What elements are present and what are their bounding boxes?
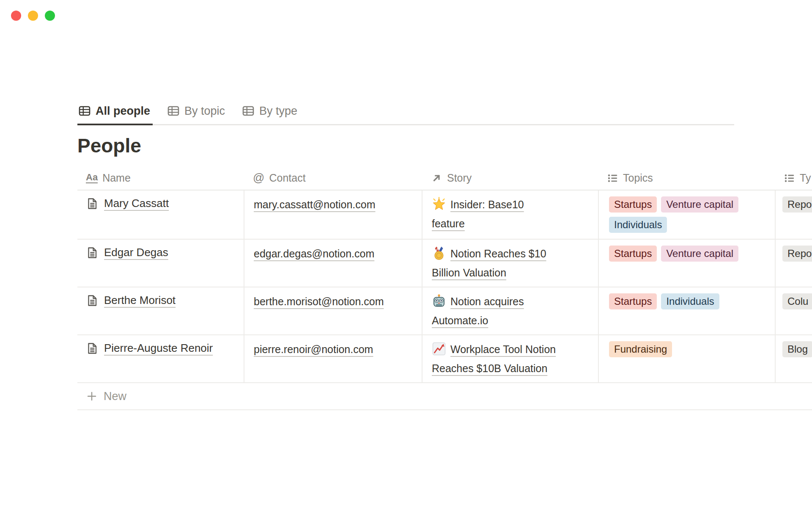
page-icon [86, 246, 99, 259]
person-name-link[interactable]: Pierre-Auguste Renoir [104, 342, 213, 355]
topic-tag[interactable]: Venture capital [661, 246, 738, 262]
contact-cell[interactable]: pierre.renoir@notion.com [244, 335, 422, 382]
glowing-star-emoji-icon [432, 197, 446, 211]
tab-by-topic[interactable]: By topic [166, 102, 228, 125]
topic-tag[interactable]: Startups [609, 246, 657, 262]
tab-label: By topic [184, 105, 225, 118]
type-cell[interactable]: Repo [776, 190, 812, 239]
new-row-label: New [104, 390, 126, 403]
table-view-icon [242, 105, 255, 117]
type-cell[interactable]: Repo [776, 240, 812, 287]
page-content: All people By topic By type People Aa Na… [77, 102, 812, 410]
new-row-button[interactable]: New [77, 383, 812, 410]
email-link[interactable]: edgar.degas@notion.com [254, 248, 374, 260]
table-view-icon [167, 105, 180, 117]
view-tab-bar: All people By topic By type [77, 102, 812, 125]
contact-cell[interactable]: mary.cassatt@notion.com [244, 190, 422, 239]
person-name-link[interactable]: Mary Cassatt [104, 197, 169, 210]
tab-by-type[interactable]: By type [241, 102, 300, 125]
contact-cell[interactable]: berthe.morisot@notion.com [244, 287, 422, 334]
column-label: Contact [269, 172, 305, 184]
multi-select-list-icon [607, 173, 618, 184]
topic-tag[interactable]: Individuals [661, 293, 719, 309]
table-row: Mary Cassatt mary.cassatt@notion.com Ins… [77, 190, 812, 240]
column-header-topics[interactable]: Topics [599, 166, 776, 190]
column-label: Ty [800, 172, 811, 184]
plus-icon [86, 390, 98, 402]
page-icon [86, 294, 99, 307]
page-icon [86, 197, 99, 210]
close-window-button[interactable] [11, 11, 21, 21]
topic-tag[interactable]: Startups [609, 293, 657, 309]
topics-cell[interactable]: Startups Individuals [599, 287, 776, 334]
table-row: Pierre-Auguste Renoir pierre.renoir@noti… [77, 335, 812, 383]
type-tag[interactable]: Repo [782, 196, 812, 213]
topics-cell[interactable]: Startups Venture capital Individuals [599, 190, 776, 239]
topic-tag[interactable]: Venture capital [661, 196, 738, 213]
page-icon [86, 342, 99, 355]
tab-label: All people [96, 105, 150, 118]
table-row: Berthe Morisot berthe.morisot@notion.com… [77, 287, 812, 335]
person-name-link[interactable]: Edgar Degas [104, 246, 168, 259]
tab-all-people[interactable]: All people [77, 102, 153, 125]
gold-medal-emoji-icon [432, 246, 446, 260]
page-title[interactable]: People [77, 134, 812, 157]
topics-cell[interactable]: Fundraising [599, 335, 776, 382]
column-header-story[interactable]: Story [422, 166, 599, 190]
person-name-link[interactable]: Berthe Morisot [104, 294, 176, 307]
name-cell[interactable]: Mary Cassatt [77, 190, 244, 239]
type-cell[interactable]: Blog [776, 335, 812, 382]
table-view-icon [78, 105, 91, 117]
chart-increasing-emoji-icon [432, 342, 446, 356]
topics-cell[interactable]: Startups Venture capital [599, 240, 776, 287]
email-link[interactable]: pierre.renoir@notion.com [254, 343, 373, 355]
table-row: Edgar Degas edgar.degas@notion.com Notio… [77, 240, 812, 287]
window-controls [11, 11, 55, 21]
zoom-window-button[interactable] [45, 11, 55, 21]
people-table: Aa Name @ Contact Story Topics Ty [77, 166, 812, 410]
story-cell[interactable]: Workplace Tool Notion Reaches $10B Valua… [422, 335, 599, 382]
story-link[interactable]: Notion Reaches $10 Billion Valuation [432, 248, 546, 279]
story-cell[interactable]: Insider: Base10 feature [422, 190, 599, 239]
table-header-row: Aa Name @ Contact Story Topics Ty [77, 166, 812, 190]
story-cell[interactable]: Notion acquires Automate.io [422, 287, 599, 334]
topic-tag[interactable]: Startups [609, 196, 657, 213]
robot-emoji-icon [432, 294, 446, 308]
topic-tag[interactable]: Fundraising [609, 341, 672, 357]
name-cell[interactable]: Berthe Morisot [77, 287, 244, 334]
column-header-type[interactable]: Ty [776, 166, 812, 190]
title-property-icon: Aa [86, 173, 98, 183]
column-header-contact[interactable]: @ Contact [244, 166, 422, 190]
story-cell[interactable]: Notion Reaches $10 Billion Valuation [422, 240, 599, 287]
name-cell[interactable]: Edgar Degas [77, 240, 244, 287]
tab-label: By type [259, 105, 297, 118]
column-label: Name [102, 172, 131, 184]
type-tag[interactable]: Repo [782, 246, 812, 262]
story-link[interactable]: Workplace Tool Notion Reaches $10B Valua… [432, 343, 556, 374]
type-tag[interactable]: Blog [782, 341, 812, 357]
column-label: Story [447, 172, 472, 184]
column-header-name[interactable]: Aa Name [77, 166, 244, 190]
email-link[interactable]: berthe.morisot@notion.com [254, 295, 384, 307]
multi-select-list-icon [784, 173, 795, 184]
type-tag[interactable]: Colu [782, 293, 812, 309]
minimize-window-button[interactable] [28, 11, 38, 21]
contact-cell[interactable]: edgar.degas@notion.com [244, 240, 422, 287]
relation-arrow-icon [431, 172, 442, 184]
topic-tag[interactable]: Individuals [609, 217, 667, 233]
email-at-icon: @ [253, 172, 264, 184]
name-cell[interactable]: Pierre-Auguste Renoir [77, 335, 244, 382]
type-cell[interactable]: Colu [776, 287, 812, 334]
email-link[interactable]: mary.cassatt@notion.com [254, 199, 376, 210]
column-label: Topics [623, 172, 653, 184]
